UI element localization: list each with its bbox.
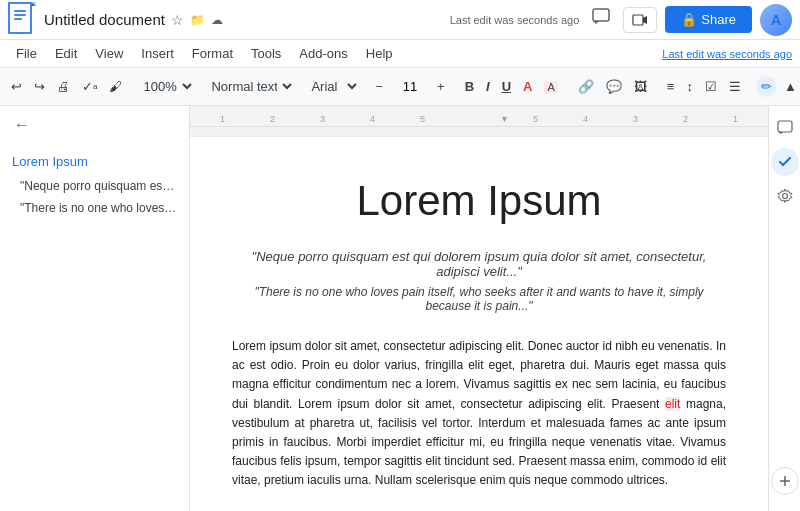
highlighted-text: elit <box>665 397 680 411</box>
title-area: Untitled document ☆ 📁 ☁ <box>44 11 442 28</box>
redo-button[interactable]: ↪ <box>29 76 50 97</box>
menu-insert[interactable]: Insert <box>133 44 182 63</box>
last-edit-status: Last edit was seconds ago <box>450 14 580 26</box>
align-button[interactable]: ≡ <box>662 76 680 97</box>
right-panel-gear-icon[interactable] <box>771 182 799 210</box>
svg-rect-8 <box>633 15 643 25</box>
menu-view[interactable]: View <box>87 44 131 63</box>
link-button[interactable]: 🔗 <box>573 76 599 97</box>
menu-addons[interactable]: Add-ons <box>291 44 355 63</box>
top-bar: Untitled document ☆ 📁 ☁ Last edit was se… <box>0 0 800 40</box>
menu-tools[interactable]: Tools <box>243 44 289 63</box>
comment-insert-button[interactable]: 💬 <box>601 76 627 97</box>
editing-pen-button[interactable]: ✏ <box>756 76 777 97</box>
highlight-button[interactable]: A <box>539 78 562 96</box>
sidebar-back-button[interactable]: ← <box>12 114 32 136</box>
underline-button[interactable]: U <box>497 76 516 97</box>
text-color-button[interactable]: A <box>518 76 537 97</box>
share-button[interactable]: 🔒Share <box>665 6 752 33</box>
svg-rect-9 <box>778 121 792 132</box>
italic-button[interactable]: I <box>481 76 495 97</box>
font-size-input[interactable] <box>390 77 430 96</box>
folder-icon[interactable]: 📁 <box>190 13 205 27</box>
checklist-button[interactable]: ☑ <box>700 76 722 97</box>
bullet-list-button[interactable]: ☰ <box>724 76 746 97</box>
outline-item-1[interactable]: "Neque porro quisquam est qui ... <box>0 175 189 197</box>
image-button[interactable]: 🖼 <box>629 76 652 97</box>
document-outline-sidebar: ← Lorem Ipsum "Neque porro quisquam est … <box>0 106 190 511</box>
document-heading: Lorem Ipsum <box>232 177 726 225</box>
last-edit-menu-link[interactable]: Last edit was seconds ago <box>662 48 792 60</box>
svg-rect-4 <box>14 18 22 20</box>
ruler-center: ▼ <box>500 114 509 124</box>
document-title[interactable]: Untitled document <box>44 11 165 28</box>
sidebar-content: Lorem Ipsum "Neque porro quisquam est qu… <box>0 144 189 511</box>
print-button[interactable]: 🖨 <box>52 76 75 97</box>
document-page: Lorem Ipsum "Neque porro quisquam est qu… <box>190 137 768 511</box>
menu-edit[interactable]: Edit <box>47 44 85 63</box>
main-area: ← Lorem Ipsum "Neque porro quisquam est … <box>0 106 800 511</box>
right-panel-add-icon[interactable] <box>771 467 799 495</box>
user-avatar[interactable]: A <box>760 4 792 36</box>
meet-button[interactable] <box>623 7 657 33</box>
right-panel-chat-icon[interactable] <box>771 114 799 142</box>
style-select[interactable]: Normal text Heading 1 Heading 2 <box>205 76 295 97</box>
body-paragraph-2: Donec id placerat est. Pellentesque in t… <box>232 507 726 512</box>
menu-format[interactable]: Format <box>184 44 241 63</box>
svg-rect-3 <box>14 14 26 16</box>
font-increase-button[interactable]: + <box>432 76 450 97</box>
top-right-actions: 🔒Share A <box>587 3 792 36</box>
svg-rect-2 <box>14 10 26 12</box>
doc-icon <box>8 2 36 38</box>
toolbar: ↩ ↪ 🖨 ✓a 🖌 100% 75% 125% 150% Normal tex… <box>0 68 800 106</box>
paint-format-button[interactable]: 🖌 <box>104 76 127 97</box>
svg-point-10 <box>782 194 787 199</box>
spellcheck-button[interactable]: ✓a <box>77 76 102 97</box>
quote-1: "Neque porro quisquam est qui dolorem ip… <box>232 249 726 279</box>
menu-bar: File Edit View Insert Format Tools Add-o… <box>0 40 800 68</box>
document-area[interactable]: 1 2 3 4 5 ▼ 5 4 3 2 1 Lorem Ipsum "Neque… <box>190 106 768 511</box>
comments-button[interactable] <box>587 3 615 36</box>
line-spacing-button[interactable]: ↕ <box>681 76 698 97</box>
font-decrease-button[interactable]: − <box>370 76 388 97</box>
right-side-panel <box>768 106 800 511</box>
menu-file[interactable]: File <box>8 44 45 63</box>
outline-item-2[interactable]: "There is no one who loves p... <box>0 197 189 219</box>
right-panel-check-icon[interactable] <box>771 148 799 176</box>
font-select[interactable]: Arial Times New Roman <box>305 76 360 97</box>
quote-2: "There is no one who loves pain itself, … <box>232 285 726 313</box>
undo-button[interactable]: ↩ <box>6 76 27 97</box>
svg-rect-7 <box>593 9 609 21</box>
star-icon[interactable]: ☆ <box>171 12 184 28</box>
toolbar-expand-button[interactable]: ▲ <box>779 76 800 97</box>
cloud-icon: ☁ <box>211 13 223 27</box>
menu-help[interactable]: Help <box>358 44 401 63</box>
right-panel-bottom <box>771 467 799 503</box>
outline-heading-1[interactable]: Lorem Ipsum <box>0 148 189 175</box>
zoom-select[interactable]: 100% 75% 125% 150% <box>137 76 195 97</box>
bold-button[interactable]: B <box>460 76 479 97</box>
ruler: 1 2 3 4 5 ▼ 5 4 3 2 1 <box>190 126 768 127</box>
body-paragraph-1: Lorem ipsum dolor sit amet, consectetur … <box>232 337 726 491</box>
sidebar-header: ← <box>0 106 189 144</box>
